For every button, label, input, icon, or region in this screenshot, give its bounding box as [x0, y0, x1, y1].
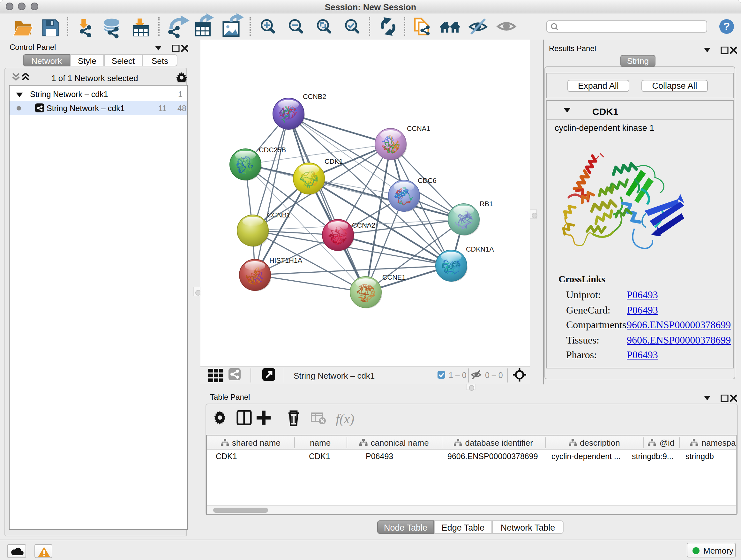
- svg-text:CCNB1: CCNB1: [267, 211, 290, 219]
- svg-text:RB1: RB1: [480, 200, 493, 208]
- svg-text:CDC25B: CDC25B: [259, 146, 286, 154]
- svg-text:CDK1: CDK1: [325, 158, 343, 165]
- svg-text:CCNA1: CCNA1: [407, 125, 430, 132]
- svg-text:CCNB2: CCNB2: [303, 92, 326, 101]
- svg-text:HIST1H1A: HIST1H1A: [269, 256, 302, 264]
- svg-text:CCNA2: CCNA2: [352, 221, 375, 229]
- svg-text:f(x): f(x): [336, 412, 354, 427]
- svg-text:CDC6: CDC6: [418, 177, 436, 185]
- svg-text:CDKN1A: CDKN1A: [466, 245, 494, 253]
- svg-text:CCNE1: CCNE1: [382, 273, 406, 281]
